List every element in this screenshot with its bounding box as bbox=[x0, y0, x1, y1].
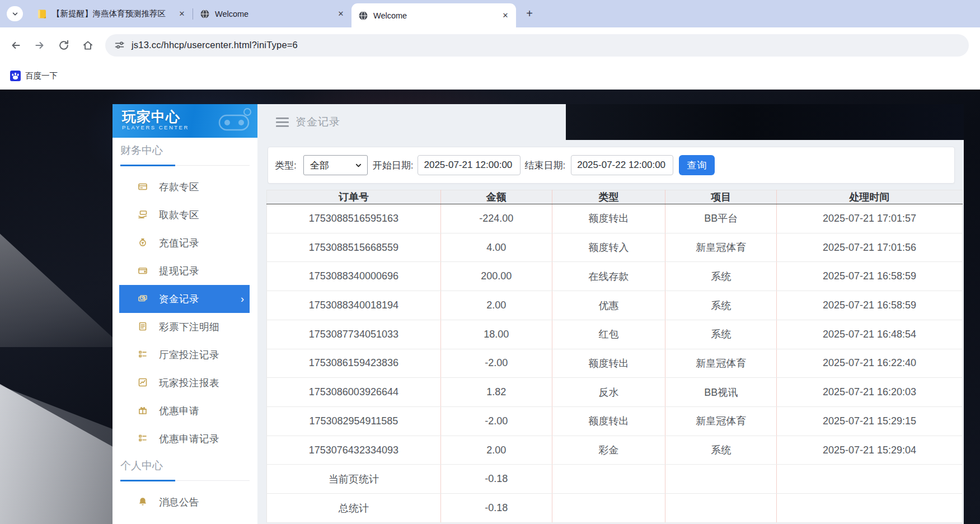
column-header: 金额 bbox=[440, 190, 552, 204]
address-bar[interactable]: js13.cc/hhcp/usercenter.html?iniType=6 bbox=[105, 34, 969, 57]
close-icon[interactable]: ✕ bbox=[336, 9, 346, 19]
close-icon[interactable]: ✕ bbox=[177, 9, 187, 19]
sidebar-item-label: 充值记录 bbox=[159, 236, 199, 250]
browser-tab-strip: 【新提醒】海燕体育预测推荐区 ✕ Welcome ✕ Welcome ✕ + bbox=[0, 0, 980, 27]
sidebar-item-label: 消息公告 bbox=[159, 495, 199, 509]
browser-toolbar: js13.cc/hhcp/usercenter.html?iniType=6 bbox=[0, 27, 980, 63]
sidebar-item[interactable]: 取款专区 bbox=[119, 201, 250, 229]
table-cell: 2025-07-21 15:29:04 bbox=[777, 436, 963, 465]
table-cell: 1753088516595163 bbox=[267, 204, 441, 233]
site-info-icon[interactable] bbox=[114, 40, 125, 50]
tab-title: Welcome bbox=[215, 10, 331, 18]
bookmarks-bar: 百度一下 bbox=[0, 63, 980, 90]
sidebar-item[interactable]: 提现记录 bbox=[119, 257, 250, 285]
table-cell bbox=[777, 494, 963, 523]
query-button[interactable]: 查询 bbox=[679, 155, 715, 175]
hamburger-menu-icon[interactable] bbox=[276, 117, 289, 128]
type-select[interactable]: 全部 bbox=[303, 155, 368, 175]
reload-button[interactable] bbox=[54, 36, 73, 55]
list-check-icon bbox=[137, 349, 149, 361]
table-cell: 红包 bbox=[552, 320, 665, 349]
chat-yellow-icon bbox=[37, 9, 47, 19]
table-cell: 2025-07-21 16:58:59 bbox=[777, 262, 963, 291]
sidebar-item[interactable]: 资金记录› bbox=[119, 285, 250, 313]
table-cell: 1753086003926644 bbox=[267, 378, 441, 407]
sidebar-item-label: 优惠申请记录 bbox=[159, 432, 219, 446]
chart-icon bbox=[137, 377, 149, 389]
browser-tab-1[interactable]: 【新提醒】海燕体育预测推荐区 ✕ bbox=[30, 0, 193, 27]
table-cell: 1753088340018194 bbox=[267, 291, 441, 320]
sidebar-item[interactable]: 彩票下注明细 bbox=[119, 313, 250, 341]
sidebar-item[interactable]: 消息公告 bbox=[119, 488, 250, 516]
sidebar-item[interactable]: 充值记录 bbox=[119, 229, 250, 257]
table-cell: 2025-07-21 16:22:40 bbox=[777, 349, 963, 378]
fund-records-table-wrap: 订单号金额类型项目处理时间 1753088516595163-224.00额度转… bbox=[266, 190, 963, 523]
main-panel: 资金记录 类型: 全部 开始日期: 结束日期: 查询 bbox=[257, 104, 964, 524]
fund-records-table: 订单号金额类型项目处理时间 1753088516595163-224.00额度转… bbox=[266, 190, 963, 523]
sidebar-item[interactable]: 优惠申请 bbox=[119, 397, 250, 425]
chevron-down-icon bbox=[11, 10, 19, 18]
tab-search-button[interactable] bbox=[7, 6, 23, 21]
table-cell: 2025-07-21 16:58:59 bbox=[777, 291, 963, 320]
table-header-row: 订单号金额类型项目处理时间 bbox=[267, 190, 963, 204]
table-row: 175308773405103318.00红包系统2025-07-21 16:4… bbox=[267, 320, 963, 349]
sidebar-item-label: 彩票下注明细 bbox=[159, 320, 219, 334]
cash-icon bbox=[137, 293, 149, 305]
table-cell: 200.00 bbox=[440, 262, 552, 291]
table-cell: 2.00 bbox=[440, 436, 552, 465]
table-cell: 优惠 bbox=[552, 291, 665, 320]
sidebar-section-items: 消息公告 bbox=[112, 488, 257, 516]
table-cell: -0.18 bbox=[440, 465, 552, 494]
forward-button[interactable] bbox=[30, 36, 49, 55]
sidebar-item-label: 提现记录 bbox=[159, 264, 199, 278]
bookmark-label: 百度一下 bbox=[25, 71, 58, 81]
table-row: 17530764323340932.00彩金系统2025-07-21 15:29… bbox=[267, 436, 963, 465]
sidebar-item-label: 存款专区 bbox=[159, 180, 199, 194]
new-tab-button[interactable]: + bbox=[522, 6, 537, 22]
sidebar-item[interactable]: 优惠申请记录 bbox=[119, 425, 250, 453]
close-icon[interactable]: ✕ bbox=[500, 11, 510, 21]
money-bag-icon bbox=[137, 237, 149, 249]
summary-row: 总统计-0.18 bbox=[267, 494, 963, 523]
back-button[interactable] bbox=[6, 36, 25, 55]
end-date-input[interactable] bbox=[571, 155, 673, 175]
table-cell bbox=[665, 494, 777, 523]
sidebar-item[interactable]: 存款专区 bbox=[119, 173, 250, 201]
browser-tab-active[interactable]: Welcome ✕ bbox=[351, 3, 516, 27]
sidebar-section-items: 存款专区取款专区充值记录提现记录资金记录›彩票下注明细厅室投注记录玩家投注报表优… bbox=[112, 173, 257, 453]
table-cell: 2025-07-21 17:01:57 bbox=[777, 204, 963, 233]
table-cell: 1.82 bbox=[440, 378, 552, 407]
globe-icon bbox=[358, 11, 368, 21]
document-lines-icon bbox=[137, 321, 149, 333]
sidebar-item[interactable]: 厅室投注记录 bbox=[119, 341, 250, 369]
wallet-icon bbox=[137, 265, 149, 277]
bookmark-baidu[interactable]: 百度一下 bbox=[10, 71, 58, 81]
table-cell: 2025-07-21 16:20:03 bbox=[777, 378, 963, 407]
list-check-icon bbox=[137, 433, 149, 445]
type-select-value: 全部 bbox=[310, 159, 329, 172]
tab-title: Welcome bbox=[373, 11, 496, 20]
table-body: 1753088516595163-224.00额度转出BB平台2025-07-2… bbox=[267, 204, 963, 523]
bell-icon bbox=[137, 497, 149, 508]
table-cell: 总统计 bbox=[267, 494, 441, 523]
start-date-input[interactable] bbox=[418, 155, 521, 175]
table-cell: 新皇冠体育 bbox=[665, 349, 777, 378]
sidebar-item-label: 取款专区 bbox=[159, 208, 199, 222]
sidebar-section-label: 财务中心 bbox=[120, 143, 250, 166]
column-header: 处理时间 bbox=[777, 190, 963, 204]
type-label: 类型: bbox=[275, 159, 297, 172]
bank-card-icon bbox=[137, 181, 149, 193]
home-button[interactable] bbox=[78, 36, 97, 55]
sidebar-section-label: 个人中心 bbox=[120, 458, 250, 481]
table-row: 1753082954911585-2.00额度转出新皇冠体育2025-07-21… bbox=[267, 407, 963, 436]
table-cell bbox=[777, 465, 963, 494]
start-date-label: 开始日期: bbox=[373, 159, 414, 172]
table-cell: 系统 bbox=[665, 436, 777, 465]
chevron-right-icon: › bbox=[241, 293, 250, 305]
browser-tab-2[interactable]: Welcome ✕ bbox=[193, 0, 351, 27]
sidebar-item[interactable]: 玩家投注报表 bbox=[119, 369, 250, 397]
summary-row: 当前页统计-0.18 bbox=[267, 465, 963, 494]
sidebar-item-label: 资金记录 bbox=[159, 292, 199, 306]
hand-money-icon bbox=[137, 209, 149, 221]
table-cell: 当前页统计 bbox=[267, 465, 441, 494]
